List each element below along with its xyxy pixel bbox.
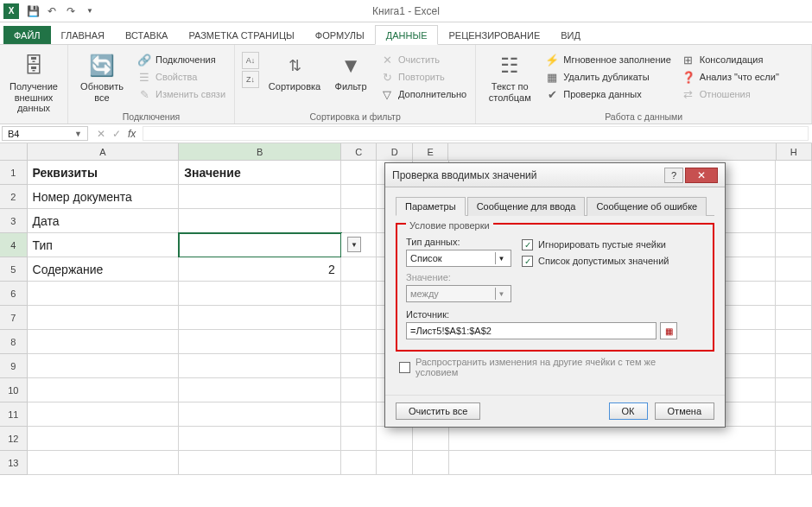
text-to-columns-button[interactable]: ☷ Текст по столбцам xyxy=(483,48,536,103)
connections-button[interactable]: 🔗Подключения xyxy=(136,52,227,67)
consolidate-button[interactable]: ⊞Консолидация xyxy=(680,52,781,67)
cell-h12[interactable] xyxy=(776,427,812,451)
cell-h10[interactable] xyxy=(776,378,812,402)
get-external-data-button[interactable]: 🗄 Получение внешних данных xyxy=(7,48,60,114)
dialog-close-button[interactable]: ✕ xyxy=(685,168,718,183)
dialog-tab-error-alert[interactable]: Сообщение об ошибке xyxy=(587,197,707,216)
qat-dropdown-icon[interactable]: ▼ xyxy=(83,4,97,18)
row-header-7[interactable]: 7 xyxy=(0,306,28,330)
row-header-13[interactable]: 13 xyxy=(0,451,28,475)
in-cell-dropdown-checkbox[interactable]: ✓ Список допустимых значений xyxy=(522,256,669,267)
cell-validation-dropdown-icon[interactable]: ▼ xyxy=(347,237,361,252)
cell-b4[interactable] xyxy=(179,233,341,257)
cell-a2[interactable]: Номер документа xyxy=(28,185,180,209)
cell-e13[interactable] xyxy=(413,451,449,475)
cell-a1[interactable]: Реквизиты xyxy=(28,161,180,185)
tab-home[interactable]: ГЛАВНАЯ xyxy=(51,26,115,44)
apply-to-other-cells-checkbox[interactable]: Распространить изменения на другие ячейк… xyxy=(399,357,711,377)
tab-page-layout[interactable]: РАЗМЕТКА СТРАНИЦЫ xyxy=(178,26,304,44)
cell-a3[interactable]: Дата xyxy=(28,209,180,233)
cell-b13[interactable] xyxy=(179,451,341,475)
cell-gap13[interactable] xyxy=(449,451,777,475)
cell-c11[interactable] xyxy=(341,402,377,427)
row-header-4[interactable]: 4 xyxy=(0,233,28,257)
cell-h2[interactable] xyxy=(776,185,812,209)
save-icon[interactable]: 💾 xyxy=(26,4,40,18)
filter-button[interactable]: ▼ Фильтр xyxy=(330,48,371,92)
name-box-dropdown-icon[interactable]: ▼ xyxy=(74,130,82,138)
sort-desc-button[interactable]: Z↓ xyxy=(242,71,259,88)
col-header-d[interactable]: D xyxy=(377,143,412,161)
range-selector-button[interactable]: ▦ xyxy=(660,322,677,339)
cell-c13[interactable] xyxy=(341,451,377,475)
tab-view[interactable]: ВИД xyxy=(550,26,591,44)
cell-h6[interactable] xyxy=(776,282,812,306)
cell-b8[interactable] xyxy=(179,330,341,354)
dialog-titlebar[interactable]: Проверка вводимых значений ? ✕ xyxy=(385,163,725,187)
tab-data[interactable]: ДАННЫЕ xyxy=(375,25,439,45)
cell-e12[interactable] xyxy=(413,427,449,451)
cell-c2[interactable] xyxy=(341,185,377,209)
cell-b7[interactable] xyxy=(179,306,341,330)
cell-h5[interactable] xyxy=(776,257,812,282)
clear-all-button[interactable]: Очистить все xyxy=(396,402,480,420)
fx-icon[interactable]: fx xyxy=(128,128,136,140)
row-header-3[interactable]: 3 xyxy=(0,209,28,233)
dialog-tab-parameters[interactable]: Параметры xyxy=(396,197,466,216)
cell-b5[interactable]: 2 xyxy=(179,257,341,282)
row-header-6[interactable]: 6 xyxy=(0,282,28,306)
row-header-10[interactable]: 10 xyxy=(0,378,28,402)
type-select[interactable]: Список ▼ xyxy=(406,250,511,267)
flash-fill-button[interactable]: ⚡Мгновенное заполнение xyxy=(543,52,673,67)
ok-button[interactable]: ОК xyxy=(609,402,648,420)
advanced-filter-button[interactable]: ▽Дополнительно xyxy=(378,86,468,102)
cell-c3[interactable] xyxy=(341,209,377,233)
cell-a7[interactable] xyxy=(28,306,180,330)
cell-b6[interactable] xyxy=(179,282,341,306)
cell-h1[interactable] xyxy=(776,161,812,185)
col-header-a[interactable]: A xyxy=(28,143,180,161)
cell-b9[interactable] xyxy=(179,354,341,378)
cell-b1[interactable]: Значение xyxy=(179,161,341,185)
cell-gap12[interactable] xyxy=(449,427,777,451)
ignore-blank-checkbox[interactable]: ✓ Игнорировать пустые ячейки xyxy=(522,239,669,250)
row-header-11[interactable]: 11 xyxy=(0,402,28,427)
tab-file[interactable]: ФАЙЛ xyxy=(3,26,51,44)
row-header-2[interactable]: 2 xyxy=(0,185,28,209)
sort-button[interactable]: ⇅ Сортировка xyxy=(266,48,323,92)
cell-b10[interactable] xyxy=(179,378,341,402)
cell-c12[interactable] xyxy=(341,427,377,451)
cell-b11[interactable] xyxy=(179,402,341,427)
row-header-8[interactable]: 8 xyxy=(0,330,28,354)
cancel-button[interactable]: Отмена xyxy=(655,402,714,420)
remove-duplicates-button[interactable]: ▦Удалить дубликаты xyxy=(543,69,673,85)
cell-h9[interactable] xyxy=(776,354,812,378)
row-header-1[interactable]: 1 xyxy=(0,161,28,185)
cell-h7[interactable] xyxy=(776,306,812,330)
col-header-gap[interactable] xyxy=(448,143,776,161)
what-if-button[interactable]: ❓Анализ "что если" xyxy=(680,69,781,85)
col-header-c[interactable]: C xyxy=(341,143,377,161)
name-box[interactable]: B4 ▼ xyxy=(2,126,88,141)
cell-a12[interactable] xyxy=(28,427,180,451)
cell-d13[interactable] xyxy=(377,451,413,475)
row-header-9[interactable]: 9 xyxy=(0,354,28,378)
cell-b3[interactable] xyxy=(179,209,341,233)
cell-c8[interactable] xyxy=(341,330,377,354)
row-header-12[interactable]: 12 xyxy=(0,427,28,451)
cell-c5[interactable] xyxy=(341,257,377,282)
cell-b12[interactable] xyxy=(179,427,341,451)
formula-bar[interactable] xyxy=(143,126,809,141)
cell-a6[interactable] xyxy=(28,282,180,306)
cell-c1[interactable] xyxy=(341,161,377,185)
cell-a13[interactable] xyxy=(28,451,180,475)
cell-a4[interactable]: Тип xyxy=(28,233,180,257)
col-header-h[interactable]: H xyxy=(777,143,812,161)
cell-a11[interactable] xyxy=(28,402,180,427)
tab-formulas[interactable]: ФОРМУЛЫ xyxy=(305,26,375,44)
tab-insert[interactable]: ВСТАВКА xyxy=(115,26,178,44)
data-validation-button[interactable]: ✔Проверка данных xyxy=(543,86,673,102)
cell-d12[interactable] xyxy=(377,427,413,451)
cell-a9[interactable] xyxy=(28,354,180,378)
cell-h4[interactable] xyxy=(776,233,812,257)
